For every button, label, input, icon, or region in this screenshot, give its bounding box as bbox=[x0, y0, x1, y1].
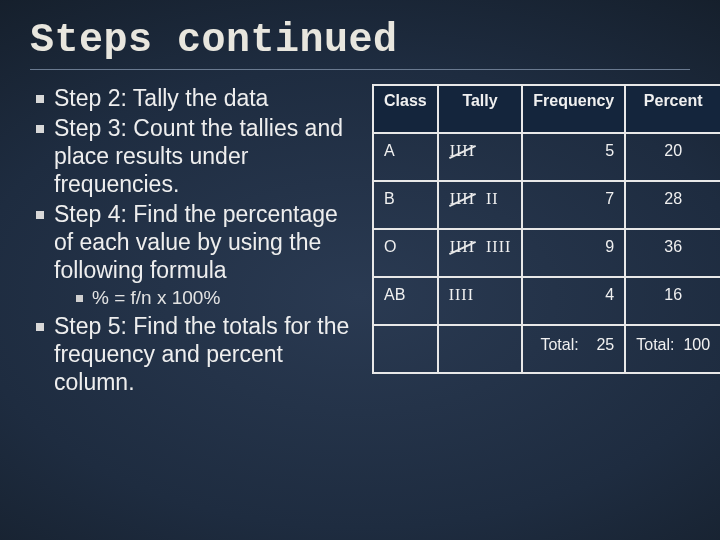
total-freq-label: Total: bbox=[540, 336, 578, 353]
table-row: B IIII II 7 28 bbox=[373, 181, 720, 229]
cell-class: O bbox=[373, 229, 438, 277]
step-4: Step 4: Find the percentage of each valu… bbox=[36, 200, 360, 310]
col-frequency: Frequency bbox=[522, 85, 625, 133]
table-row: AB IIII 4 16 bbox=[373, 277, 720, 325]
step-4-sublist: % = f/n x 100% bbox=[54, 286, 360, 310]
table-header-row: Class Tally Frequency Percent bbox=[373, 85, 720, 133]
cell-frequency: 4 bbox=[522, 277, 625, 325]
frequency-table: Class Tally Frequency Percent A IIII 5 2… bbox=[372, 84, 720, 374]
cell-percent: 16 bbox=[625, 277, 720, 325]
cell-empty bbox=[373, 325, 438, 373]
cell-percent: 28 bbox=[625, 181, 720, 229]
cell-frequency: 9 bbox=[522, 229, 625, 277]
slide: Steps continued Step 2: Tally the data S… bbox=[0, 0, 720, 540]
cell-class: AB bbox=[373, 277, 438, 325]
cell-tally: IIII II bbox=[438, 181, 523, 229]
cell-tally: IIII bbox=[438, 277, 523, 325]
total-pct-label: Total: bbox=[636, 336, 674, 353]
total-pct-value: 100 bbox=[683, 336, 710, 353]
cell-class: B bbox=[373, 181, 438, 229]
total-freq-value: 25 bbox=[596, 336, 614, 353]
cell-percent: 20 bbox=[625, 133, 720, 181]
step-2: Step 2: Tally the data bbox=[36, 84, 360, 112]
content-row: Step 2: Tally the data Step 3: Count the… bbox=[30, 84, 690, 398]
step-3: Step 3: Count the tallies and place resu… bbox=[36, 114, 360, 198]
step-4-formula: % = f/n x 100% bbox=[76, 286, 360, 310]
cell-class: A bbox=[373, 133, 438, 181]
cell-frequency: 7 bbox=[522, 181, 625, 229]
col-percent: Percent bbox=[625, 85, 720, 133]
cell-total-percent: Total: 100 bbox=[625, 325, 720, 373]
table-total-row: Total: 25 Total: 100 bbox=[373, 325, 720, 373]
cell-frequency: 5 bbox=[522, 133, 625, 181]
cell-tally: IIII IIII bbox=[438, 229, 523, 277]
col-class: Class bbox=[373, 85, 438, 133]
page-title: Steps continued bbox=[30, 18, 690, 70]
table-body: A IIII 5 20 B IIII II 7 28 O IIII IIII bbox=[373, 133, 720, 373]
cell-total-frequency: Total: 25 bbox=[522, 325, 625, 373]
steps-column: Step 2: Tally the data Step 3: Count the… bbox=[30, 84, 360, 398]
cell-tally: IIII bbox=[438, 133, 523, 181]
steps-list: Step 2: Tally the data Step 3: Count the… bbox=[30, 84, 360, 396]
table-row: O IIII IIII 9 36 bbox=[373, 229, 720, 277]
cell-percent: 36 bbox=[625, 229, 720, 277]
step-5: Step 5: Find the totals for the frequenc… bbox=[36, 312, 360, 396]
step-4-text: Step 4: Find the percentage of each valu… bbox=[54, 201, 338, 283]
col-tally: Tally bbox=[438, 85, 523, 133]
cell-empty bbox=[438, 325, 523, 373]
table-row: A IIII 5 20 bbox=[373, 133, 720, 181]
table-column: Class Tally Frequency Percent A IIII 5 2… bbox=[372, 84, 720, 398]
